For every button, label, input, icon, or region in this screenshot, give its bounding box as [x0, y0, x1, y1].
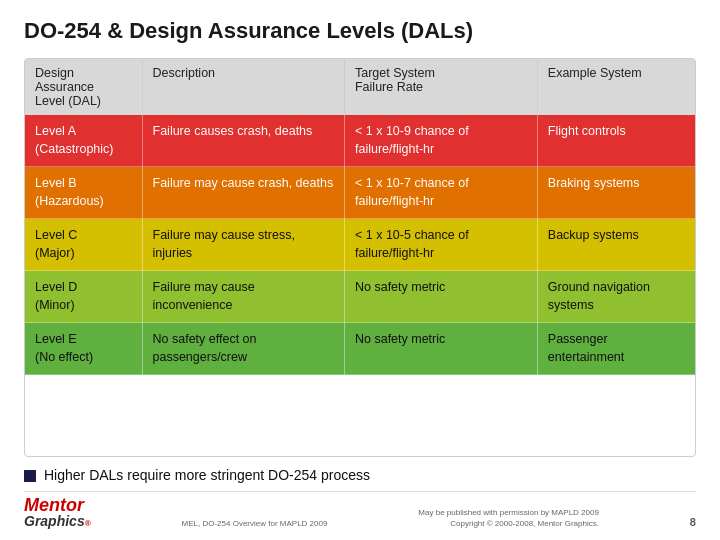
page-title: DO-254 & Design Assurance Levels (DALs) [24, 18, 696, 44]
citation-text: MEL, DO-254 Overview for MAPLD 2009 [182, 519, 328, 528]
table-cell-4-2: No safety metric [344, 323, 537, 375]
logo-text-bottom: Graphics® [24, 514, 91, 528]
table-cell-1-3: Braking systems [537, 167, 695, 219]
table-row: Level D(Minor)Failure may cause inconven… [25, 271, 695, 323]
footer-note-text: Higher DALs require more stringent DO-25… [44, 467, 370, 483]
copyright-line1: May be published with permission by MAPL… [418, 508, 599, 517]
logo-area: Mentor Graphics® [24, 496, 91, 528]
col-header-dal: Design AssuranceLevel (DAL) [25, 59, 142, 115]
table-row: Level B(Hazardous)Failure may cause cras… [25, 167, 695, 219]
table-row: Level E(No effect)No safety effect on pa… [25, 323, 695, 375]
table-row: Level A(Catastrophic)Failure causes cras… [25, 115, 695, 167]
table-cell-2-1: Failure may cause stress, injuries [142, 219, 344, 271]
table-cell-4-3: Passenger entertainment [537, 323, 695, 375]
footer-note: Higher DALs require more stringent DO-25… [24, 467, 696, 483]
table-cell-1-1: Failure may cause crash, deaths [142, 167, 344, 219]
table-cell-0-0: Level A(Catastrophic) [25, 115, 142, 167]
slide: DO-254 & Design Assurance Levels (DALs) … [0, 0, 720, 540]
logo-text-top: Mentor [24, 496, 91, 514]
table-cell-2-3: Backup systems [537, 219, 695, 271]
table-cell-2-0: Level C(Major) [25, 219, 142, 271]
col-header-example: Example System [537, 59, 695, 115]
col-header-description: Description [142, 59, 344, 115]
bottom-bar: Mentor Graphics® MEL, DO-254 Overview fo… [24, 491, 696, 528]
table-cell-1-0: Level B(Hazardous) [25, 167, 142, 219]
table-header-row: Design AssuranceLevel (DAL) Description … [25, 59, 695, 115]
bullet-icon [24, 470, 36, 482]
page-number: 8 [690, 516, 696, 528]
table-cell-4-0: Level E(No effect) [25, 323, 142, 375]
table-cell-1-2: < 1 x 10-7 chance of failure/flight-hr [344, 167, 537, 219]
dal-table-container: Design AssuranceLevel (DAL) Description … [24, 58, 696, 457]
copyright-line2: Copyright © 2000-2008, Mentor Graphics. [450, 519, 599, 528]
bottom-citation: MEL, DO-254 Overview for MAPLD 2009 [182, 519, 328, 528]
table-cell-0-2: < 1 x 10-9 chance of failure/flight-hr [344, 115, 537, 167]
table-cell-0-1: Failure causes crash, deaths [142, 115, 344, 167]
table-cell-0-3: Flight controls [537, 115, 695, 167]
table-cell-3-3: Ground navigation systems [537, 271, 695, 323]
table-cell-3-0: Level D(Minor) [25, 271, 142, 323]
dal-table: Design AssuranceLevel (DAL) Description … [25, 59, 695, 375]
table-row: Level C(Major)Failure may cause stress, … [25, 219, 695, 271]
table-cell-3-1: Failure may cause inconvenience [142, 271, 344, 323]
logo: Mentor Graphics® [24, 496, 91, 528]
table-cell-4-1: No safety effect on passengers/crew [142, 323, 344, 375]
table-cell-2-2: < 1 x 10-5 chance of failure/flight-hr [344, 219, 537, 271]
col-header-target: Target SystemFailure Rate [344, 59, 537, 115]
table-cell-3-2: No safety metric [344, 271, 537, 323]
